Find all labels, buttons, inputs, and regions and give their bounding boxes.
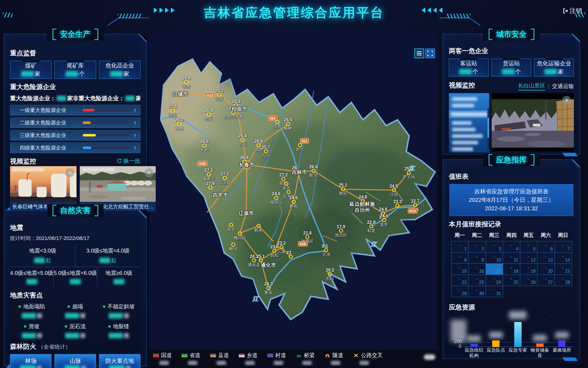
river-label: 江 (371, 241, 376, 248)
calendar-day-24[interactable]: 24 (486, 275, 503, 286)
bar-value-redacted (533, 335, 547, 341)
camera-list-item[interactable] (452, 134, 483, 138)
close-icon[interactable]: ✕ (562, 96, 571, 105)
calendar-day-6[interactable]: 6 (537, 241, 555, 253)
calendar-day-30[interactable]: 30 (468, 286, 486, 297)
legend-label: 县道 (218, 352, 229, 359)
calendar-day-27[interactable]: 27 (537, 275, 555, 286)
duty-schedule-card[interactable]: 吉林省应急管理厅应急值班表 2022年8月17日（今日，星期三） 2022-08… (449, 184, 573, 216)
calendar-dot (562, 279, 563, 279)
camera-list-item[interactable] (452, 121, 471, 125)
value-redacted (99, 258, 110, 263)
enterprise-card-危化运输企业[interactable]: 危化运输企业家 (534, 59, 574, 77)
refresh-label: 换一批 (123, 157, 140, 165)
weather-station-通榆: 26.2通榆 (177, 122, 181, 126)
legend-count-redacted (302, 360, 315, 365)
legend-item-桥梁[interactable]: 桥梁 (296, 352, 315, 365)
calendar-day-19[interactable]: 19 (520, 263, 537, 275)
close-icon[interactable]: ✕ (145, 168, 154, 177)
calendar-day-1[interactable]: 1 (451, 241, 468, 253)
calendar-day-14[interactable]: 14 (555, 252, 572, 264)
calendar-day-8[interactable]: 8 (451, 252, 468, 264)
camera-list[interactable] (449, 93, 489, 153)
calendar-day-21[interactable]: 21 (555, 263, 572, 275)
panel-emergency-command: 应急指挥 值班表 吉林省应急管理厅应急值班表 2022年8月17日（今日，星期三… (443, 159, 580, 359)
calendar-day-10[interactable]: 10 (486, 252, 503, 264)
calendar-day-4[interactable]: 4 (503, 241, 520, 253)
enterprise-card-货运站[interactable]: 货运站个 (492, 59, 531, 77)
calendar-day-31[interactable]: 31 (486, 286, 503, 297)
calendar-dot (528, 279, 529, 279)
scrollbar-thumb[interactable] (488, 118, 489, 138)
enterprise-card-客运站[interactable]: 客运站个 (449, 59, 489, 77)
calendar-day-23[interactable]: 23 (468, 275, 486, 286)
geo-hazard-name: 崩塌 (72, 303, 83, 310)
calendar-day-11[interactable]: 11 (503, 252, 520, 264)
calendar-day-25[interactable]: 25 (503, 275, 520, 286)
calendar-day-number: 30 (479, 291, 484, 296)
quake-stat-value: 2021/08/17-2022/08/17 (36, 235, 90, 241)
legend-item-村道[interactable]: 村道 (267, 352, 286, 365)
supervision-card-尾矿库[interactable]: 尾矿库个 (54, 61, 96, 79)
forest-card-防火重点地[interactable]: 防火重点地 (99, 354, 140, 368)
forest-card-山脉[interactable]: 山脉 (54, 354, 96, 368)
supervision-card-煤矿[interactable]: 煤矿家 (10, 61, 51, 79)
legend-item-县道[interactable]: 县道 (210, 352, 229, 365)
calendar-day-13[interactable]: 13 (537, 252, 555, 264)
calendar-day-29[interactable]: 29 (451, 286, 468, 297)
calendar-day-16[interactable]: 16 (468, 263, 486, 275)
logout-button[interactable]: 注销 (562, 7, 582, 15)
calendar-day-7[interactable]: 7 (555, 241, 572, 253)
bar-value-redacted (489, 332, 503, 338)
card-notch (545, 59, 563, 60)
camera-list-item[interactable] (452, 97, 477, 101)
list-scrollbar[interactable] (488, 108, 489, 150)
province-map[interactable]: 26.8镇赉27.5洮南26.2大安26.4乾安26.2通榆26.326.6前郭… (149, 33, 438, 366)
quake-cell-value (97, 279, 140, 284)
road-badge-G12: G12 (205, 93, 215, 98)
legend-item-省道[interactable]: 省道 (182, 352, 200, 365)
camera-list-item[interactable] (452, 141, 478, 144)
legend-count-redacted (331, 360, 343, 365)
camera-list-item[interactable] (452, 128, 476, 131)
city-video-player[interactable]: ✕ (492, 93, 574, 151)
camera-list-item-selected[interactable] (449, 110, 489, 118)
calendar-day-20[interactable]: 20 (537, 263, 555, 275)
calendar-day-number: 10 (496, 258, 501, 263)
camera-list-item[interactable] (452, 104, 474, 107)
legend-item-国道[interactable]: 国道 (153, 352, 172, 365)
calendar-day-15[interactable]: 15 (451, 263, 468, 275)
legend-item-公路交叉[interactable]: 公路交叉 (353, 352, 383, 365)
station-name: 镇赉 (182, 84, 191, 89)
calendar-day-18[interactable]: 18 (503, 263, 520, 275)
calendar-day-3[interactable]: 3 (486, 241, 503, 253)
legend-item-隧道[interactable]: 隧道 (324, 352, 343, 365)
calendar-day-22[interactable]: 22 (451, 275, 468, 286)
legend-item-乡道[interactable]: 乡道 (239, 352, 258, 365)
calendar-day-17[interactable]: 17 (486, 263, 503, 275)
value-redacted (126, 366, 130, 368)
calendar-day-12[interactable]: 12 (520, 252, 537, 264)
hazard-row-label: 四级重大危险源企业 (20, 144, 83, 151)
refresh-batch-link[interactable]: 换一批 (117, 157, 140, 165)
supervision-card-危化品企业[interactable]: 危化品企业家 (99, 61, 140, 79)
station-dot-icon (202, 144, 206, 148)
legend-count-redacted (360, 360, 383, 365)
camera-list-item[interactable] (452, 147, 473, 151)
calendar-day-9[interactable]: 9 (468, 252, 486, 264)
value-redacted (274, 361, 283, 365)
card-label: 危化运输企业 (537, 60, 571, 67)
calendar-day-26[interactable]: 26 (520, 275, 537, 286)
tab-交通运输[interactable]: 交通运输 (552, 83, 574, 90)
tab-长白山景区[interactable]: 长白山景区 (518, 82, 545, 90)
map-fullscreen-button[interactable] (425, 48, 435, 58)
calendar-day-5[interactable]: 5 (520, 241, 537, 253)
road-badge-G12: G12 (408, 208, 418, 213)
forest-card-林场[interactable]: 林场 (10, 354, 51, 368)
calendar-day-number: 22 (462, 280, 467, 285)
value-redacted (80, 313, 85, 318)
calendar-day-28[interactable]: 28 (555, 275, 572, 286)
calendar-day-2[interactable]: 2 (468, 241, 486, 253)
close-icon[interactable]: ✕ (65, 168, 74, 177)
map-layers-button[interactable] (414, 48, 424, 58)
